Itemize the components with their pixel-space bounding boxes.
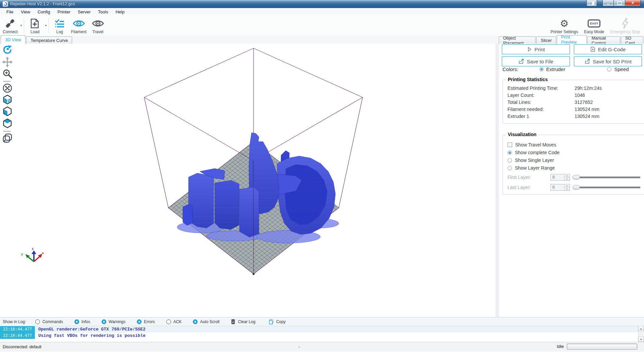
slider-handle[interactable] <box>573 175 580 180</box>
easy-mode-button[interactable]: EASY Easy Mode <box>582 16 606 35</box>
window-title: Repetier-Host V2.1.2 - Front12.gco <box>10 2 75 6</box>
log-toggle-warnings[interactable]: Warnings <box>102 319 125 324</box>
visualization-title: Visualization <box>506 132 538 137</box>
printing-statistics-group: Printing Statistics Estimated Printing T… <box>502 80 644 124</box>
top-view-icon[interactable] <box>2 118 12 128</box>
filament-eye-icon <box>72 18 85 29</box>
printer-settings-button[interactable]: ⚙ Printer Settings <box>548 16 580 35</box>
show-layer-range-label: Show Layer Range <box>515 165 555 171</box>
print-preview-panel: Print Edit G-Code Save to File Save for … <box>499 44 644 317</box>
axis-z-label: z <box>32 247 34 250</box>
show-travel-moves-checkbox[interactable] <box>507 142 512 147</box>
tab-sd-card[interactable]: SD Card <box>621 37 643 44</box>
status-center: - <box>299 345 300 349</box>
show-single-layer-radio[interactable] <box>507 158 512 163</box>
toolbar-options-button[interactable] <box>586 0 597 6</box>
zoom-view-icon[interactable] <box>2 69 12 79</box>
print-button[interactable]: Print <box>502 44 570 54</box>
fit-view-icon[interactable] <box>2 83 12 93</box>
last-layer-spinner[interactable]: 0 ▲▼ <box>550 184 570 191</box>
move-view-icon[interactable] <box>2 57 12 67</box>
first-layer-spinner[interactable]: 0 ▲▼ <box>550 174 570 181</box>
scroll-down-icon[interactable]: ▼ <box>638 337 644 342</box>
axis-x-label: x <box>42 252 44 255</box>
save-to-file-button[interactable]: Save to File <box>502 56 570 66</box>
minimize-button[interactable] <box>602 0 614 6</box>
menu-server[interactable]: Server <box>74 8 94 15</box>
tab-3d-view[interactable]: 3D View <box>1 35 25 44</box>
clear-log-button[interactable]: Clear Log <box>231 319 255 324</box>
menu-printer[interactable]: Printer <box>54 8 74 15</box>
log-timestamp: 22:16:44.477 <box>0 326 35 333</box>
colors-speed-radio[interactable] <box>607 67 611 71</box>
show-in-log-label: Show in Log: <box>3 319 26 324</box>
spin-down-icon[interactable]: ▼ <box>565 177 570 181</box>
maximize-button[interactable] <box>614 0 625 6</box>
log-toggle-button[interactable]: Log <box>50 16 69 35</box>
connect-button[interactable]: Connect <box>1 16 20 35</box>
travel-toggle-button[interactable]: Travel <box>89 16 107 35</box>
parallel-projection-icon[interactable] <box>2 133 12 143</box>
scroll-up-icon[interactable]: ▲ <box>638 326 644 331</box>
front-view-icon[interactable] <box>2 106 12 116</box>
show-layer-range-radio[interactable] <box>507 166 512 170</box>
tab-slicer[interactable]: Slicer <box>536 37 556 44</box>
close-button[interactable]: ✕ <box>625 0 641 6</box>
spin-up-icon[interactable]: ▲ <box>565 184 570 187</box>
filament-toggle-button[interactable]: Filament <box>69 16 89 35</box>
menu-help[interactable]: Help <box>112 8 128 15</box>
colors-extruder-label: Extruder <box>546 66 566 72</box>
colors-speed-label: Speed <box>614 66 629 72</box>
log-toggle-commands[interactable]: Commands <box>35 319 63 324</box>
tab-print-preview[interactable]: Print Preview <box>557 35 587 44</box>
tab-object-placement[interactable]: Object Placement <box>499 37 536 44</box>
toggle-on-icon <box>102 319 106 324</box>
load-button[interactable]: Load <box>25 16 44 35</box>
minimize-icon <box>606 3 610 5</box>
slider-handle[interactable] <box>573 185 580 190</box>
travel-eye-icon <box>92 18 104 29</box>
window-controls: ✕ <box>586 0 641 6</box>
spin-up-icon[interactable]: ▲ <box>565 174 570 177</box>
tab-temperature-curve[interactable]: Temperature Curve <box>26 37 72 44</box>
log-message: Using fast VBOs for rendering is possibl… <box>35 333 146 339</box>
log-toggle-infos[interactable]: Infos <box>74 319 90 324</box>
first-layer-slider[interactable] <box>573 175 641 180</box>
rotate-view-icon[interactable] <box>2 45 12 55</box>
lightning-icon <box>621 18 629 29</box>
colors-extruder-radio[interactable] <box>539 67 544 71</box>
file-plus-icon <box>30 18 40 29</box>
show-complete-code-radio[interactable] <box>507 150 512 155</box>
file-plus-icon <box>590 47 595 52</box>
last-layer-label: Last Layer: <box>507 185 548 190</box>
isometric-view-icon[interactable] <box>2 95 12 105</box>
tabstrip: 3D View Temperature Curve Object Placeme… <box>0 36 644 44</box>
load-dropdown[interactable]: ▾ <box>44 16 47 35</box>
edit-gcode-button[interactable]: Edit G-Code <box>574 44 642 54</box>
connect-dropdown[interactable]: ▾ <box>20 16 23 35</box>
play-icon <box>527 47 532 52</box>
log-toggle-errors[interactable]: Errors <box>137 319 155 324</box>
toolbar-separator <box>49 18 49 33</box>
connection-status: Disconnected: default <box>3 345 41 349</box>
menu-file[interactable]: File <box>3 8 17 15</box>
spin-down-icon[interactable]: ▼ <box>565 187 570 191</box>
toggle-on-icon <box>74 319 79 324</box>
menu-tools[interactable]: Tools <box>94 8 112 15</box>
export-icon <box>518 59 524 64</box>
panel-icon <box>589 1 594 5</box>
menu-config[interactable]: Config <box>34 8 54 15</box>
log-output[interactable]: 22:16:44.477 OpenGL renderer:GeForce GTX… <box>0 326 644 342</box>
3d-viewport[interactable]: y z x <box>0 44 497 317</box>
log-toggle-ack[interactable]: ACK <box>166 319 182 324</box>
emergency-stop-button[interactable]: Emergency Stop <box>608 16 642 35</box>
log-scrollbar[interactable]: ▲ ▼ <box>638 326 644 342</box>
log-entry: 22:16:44.477 OpenGL renderer:GeForce GTX… <box>0 326 644 333</box>
tab-manual-control[interactable]: Manual Control <box>587 37 620 44</box>
last-layer-slider[interactable] <box>573 185 641 190</box>
copy-log-button[interactable]: Copy <box>269 319 285 324</box>
log-toggle-autoscroll[interactable]: Auto Scroll <box>193 319 219 324</box>
statusbar-filler <box>0 352 644 362</box>
menu-view[interactable]: View <box>17 8 34 15</box>
save-for-sd-button[interactable]: Save for SD Print <box>574 56 642 66</box>
